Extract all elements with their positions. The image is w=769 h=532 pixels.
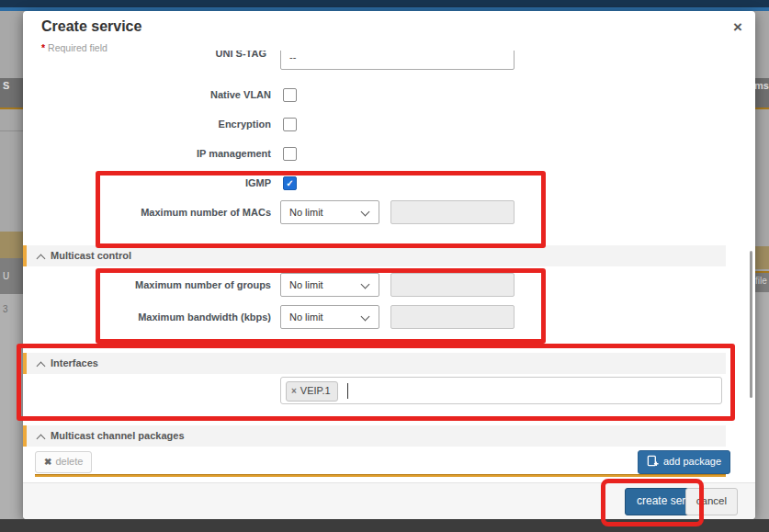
ip-management-checkbox[interactable]: ✓ [283, 147, 297, 161]
modal-scrollbar[interactable] [750, 251, 752, 398]
scrolled-field-row: UNI S-TAG -- [23, 51, 751, 82]
chevron-up-icon [37, 435, 46, 444]
checkmark-icon: ✓ [284, 177, 296, 189]
table-header-divider [35, 474, 726, 477]
ip-management-label: IP management [197, 147, 271, 160]
add-package-icon [647, 455, 659, 467]
chevron-up-icon [37, 255, 46, 264]
dimmed-page-right-edge: ms file [755, 11, 769, 519]
interfaces-tag-input[interactable]: ×VEIP.1 [280, 377, 722, 404]
native-vlan-checkbox[interactable]: ✓ [283, 88, 297, 102]
max-macs-select[interactable]: No limit [280, 200, 379, 224]
chevron-down-icon [361, 280, 370, 289]
background-tab-fragment-left: S [0, 78, 23, 91]
chevron-up-icon [37, 362, 46, 371]
background-tab-fragment-right: ms [755, 78, 769, 91]
background-column-fragment-left: U [0, 258, 23, 281]
dimmed-page-bottom-edge [0, 519, 769, 532]
max-bandwidth-select[interactable]: No limit [280, 305, 379, 329]
igmp-label: IGMP [245, 176, 271, 189]
encryption-label: Encryption [219, 118, 271, 130]
text-cursor [347, 383, 348, 399]
dimmed-page-left-edge: S U 3 [0, 11, 23, 519]
add-package-button[interactable]: add package [638, 450, 730, 474]
cancel-button[interactable]: cancel [685, 488, 738, 515]
tag-remove-icon[interactable]: × [291, 386, 297, 396]
max-groups-value-input [390, 273, 515, 297]
background-column-fragment-right: file [755, 273, 769, 286]
page-header-bar [0, 0, 769, 7]
igmp-checkbox[interactable]: ✓ [283, 176, 297, 190]
tag-veip1: ×VEIP.1 [286, 381, 338, 402]
scrolled-field-label: UNI S-TAG [216, 51, 266, 59]
max-bandwidth-value-input [390, 305, 515, 329]
chevron-down-icon [361, 208, 370, 217]
section-multicast-packages[interactable]: Multicast channel packages [23, 425, 726, 447]
max-bandwidth-label: Maximum bandwidth (kbps) [138, 311, 271, 323]
tag-label: VEIP.1 [300, 385, 331, 396]
section-multicast-control[interactable]: Multicast control [23, 245, 726, 266]
scrolled-field-input[interactable]: -- [280, 51, 515, 70]
max-groups-select[interactable]: No limit [280, 273, 379, 297]
create-service-modal: Create service *Required field × UNI S-T… [23, 11, 755, 519]
delete-icon: ✖ [44, 457, 51, 467]
max-groups-label: Maximum number of groups [135, 278, 271, 291]
background-cell-fragment-left: 3 [0, 294, 23, 314]
delete-package-button[interactable]: ✖delete [35, 451, 92, 473]
close-icon[interactable]: × [729, 18, 747, 37]
max-macs-value-input [390, 200, 515, 224]
section-interfaces[interactable]: Interfaces [23, 353, 726, 374]
encryption-checkbox[interactable]: ✓ [283, 118, 297, 131]
max-macs-label: Maximum number of MACs [141, 206, 271, 219]
native-vlan-label: Native VLAN [210, 88, 271, 101]
modal-title: Create service [41, 18, 141, 35]
chevron-down-icon [361, 312, 370, 322]
